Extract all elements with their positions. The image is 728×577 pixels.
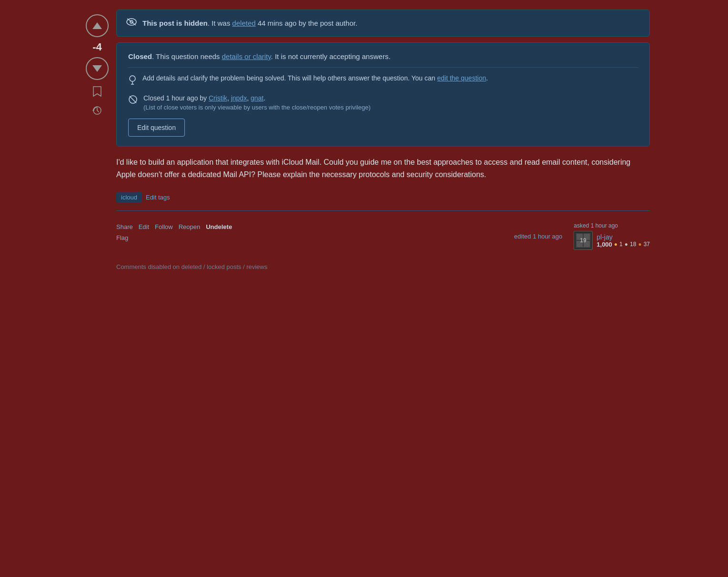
details-clarity-link[interactable]: details or clarity <box>222 52 271 60</box>
downvote-icon <box>92 65 102 72</box>
closed-icon <box>128 95 138 107</box>
voter2-link[interactable]: jnpdx <box>231 94 247 102</box>
avatar-image: 19 <box>574 231 592 249</box>
post-container: -4 <box>78 10 650 274</box>
bookmark-button[interactable] <box>90 84 105 99</box>
silver-badge-dot: ● <box>625 241 628 248</box>
privilege-note: (List of close voters is only viewable b… <box>143 104 371 111</box>
avatar: 19 <box>574 231 593 250</box>
hidden-icon <box>126 18 137 29</box>
hidden-banner-text: This post is hidden. It was deleted 44 m… <box>142 19 357 27</box>
deleted-link[interactable]: deleted <box>232 19 255 27</box>
closed-label: Closed <box>128 52 152 60</box>
upvote-icon <box>92 22 102 29</box>
username[interactable]: pl-jay <box>597 233 650 241</box>
reputation: 1,000 <box>597 241 612 248</box>
svg-line-8 <box>130 96 136 103</box>
closed-by-text: Closed 1 hour ago by Cristik, jnpdx, gna… <box>143 94 371 111</box>
tip-text: Add details and clarify the problem bein… <box>142 74 488 82</box>
undelete-link[interactable]: Undelete <box>203 222 235 231</box>
divider <box>116 210 650 211</box>
edit-question-button[interactable]: Edit question <box>128 119 185 137</box>
closed-body: Add details and clarify the problem bein… <box>128 74 638 111</box>
tip-item: Add details and clarify the problem bein… <box>128 74 638 88</box>
gold-badge-count: 1 <box>619 241 623 248</box>
hidden-bold-text: This post is hidden <box>142 19 208 27</box>
bronze-badge-count: 37 <box>644 241 650 248</box>
vote-count: -4 <box>92 41 102 53</box>
edit-tags-link[interactable]: Edit tags <box>146 194 170 201</box>
asked-label: asked 1 hour ago <box>574 222 618 229</box>
downvote-button[interactable] <box>86 57 109 80</box>
flag-link[interactable]: Flag <box>116 233 131 242</box>
action-links-row1: Share Edit Follow Reopen Undelete <box>116 222 235 231</box>
reopen-link[interactable]: Reopen <box>176 222 203 231</box>
user-details: pl-jay 1,000 ● 1 ● 18 ● 37 <box>597 233 650 248</box>
closed-by-item: Closed 1 hour ago by Cristik, jnpdx, gna… <box>128 94 638 111</box>
voter3-link[interactable]: gnat <box>251 94 263 102</box>
edit-question-link[interactable]: edit the question <box>437 74 486 82</box>
edited-info[interactable]: edited 1 hour ago <box>514 233 562 240</box>
user-info: 19 pl-jay 1,000 ● 1 ● 18 <box>574 231 650 250</box>
tip-icon <box>128 75 137 88</box>
question-body: I'd like to build an application that in… <box>116 152 650 184</box>
user-card: asked 1 hour ago <box>574 222 650 250</box>
share-link[interactable]: Share <box>116 222 136 231</box>
follow-link[interactable]: Follow <box>152 222 176 231</box>
content-column: This post is hidden. It was deleted 44 m… <box>116 10 650 274</box>
badges: 1,000 ● 1 ● 18 ● 37 <box>597 241 650 248</box>
action-links-row2: Flag <box>116 233 235 242</box>
upvote-button[interactable] <box>86 14 109 37</box>
svg-text:19: 19 <box>580 237 587 244</box>
history-button[interactable] <box>90 103 105 118</box>
actions-row: Share Edit Follow Reopen Undelete Flag e… <box>116 222 650 250</box>
vote-column: -4 <box>78 10 116 274</box>
hidden-banner: This post is hidden. It was deleted 44 m… <box>116 10 650 37</box>
tags-row: icloud Edit tags <box>116 192 650 203</box>
bronze-badge-dot: ● <box>638 241 641 248</box>
svg-point-4 <box>130 76 135 81</box>
voter1-link[interactable]: Cristik <box>209 94 227 102</box>
gold-badge-dot: ● <box>614 241 617 248</box>
hidden-banner-rest: 44 mins ago by the post author. <box>258 19 357 27</box>
silver-badge-count: 18 <box>630 241 636 248</box>
tag-icloud[interactable]: icloud <box>116 192 142 203</box>
closed-banner: Closed. This question needs details or c… <box>116 42 650 147</box>
comments-disabled: Comments disabled on deleted / locked po… <box>116 256 650 274</box>
closed-header: Closed. This question needs details or c… <box>128 52 638 68</box>
edit-link[interactable]: Edit <box>136 222 152 231</box>
